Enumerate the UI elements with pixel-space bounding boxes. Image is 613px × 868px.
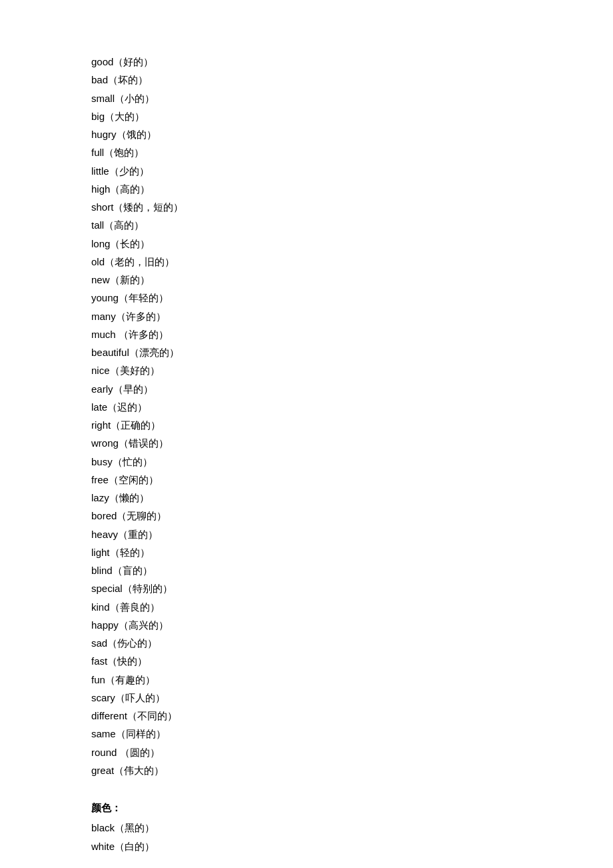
adjective-item: new（新的） — [91, 271, 522, 289]
adjective-item: good（好的） — [91, 53, 522, 71]
adjective-item: hugry（饿的） — [91, 126, 522, 143]
color-item: black（黑的） — [91, 819, 522, 837]
adjective-item: busy（忙的） — [91, 453, 522, 471]
adjective-item: lazy（懒的） — [91, 489, 522, 507]
adjective-item: light（轻的） — [91, 544, 522, 561]
adjective-item: beautiful（漂亮的） — [91, 344, 522, 361]
adjective-item: early（早的） — [91, 381, 522, 398]
adjective-item: right（正确的） — [91, 417, 522, 434]
adjective-item: kind（善良的） — [91, 599, 522, 616]
adjective-item: small（小的） — [91, 90, 522, 107]
adjective-item: sad（伤心的） — [91, 635, 522, 652]
adjective-item: long（长的） — [91, 235, 522, 253]
adjective-item: heavy（重的） — [91, 526, 522, 543]
adjective-item: nice（美好的） — [91, 362, 522, 379]
adjective-item: big（大的） — [91, 108, 522, 125]
adjective-item: happy（高兴的） — [91, 617, 522, 634]
color-item: white（白的） — [91, 838, 522, 855]
adjective-item: scary（吓人的） — [91, 689, 522, 707]
adjective-item: free（空闲的） — [91, 471, 522, 489]
adjective-item: different（不同的） — [91, 707, 522, 725]
adjective-item: special（特别的） — [91, 580, 522, 597]
adjective-item: full（饱的） — [91, 144, 522, 161]
adjective-item: blind（盲的） — [91, 562, 522, 579]
adjective-item: short（矮的，短的） — [91, 199, 522, 216]
adjective-item: little（少的） — [91, 163, 522, 180]
adjective-item: wrong（错误的） — [91, 435, 522, 452]
adjectives-list: good（好的）bad（坏的）small（小的）big（大的）hugry（饿的）… — [91, 53, 522, 855]
colors-section-header: 颜色： — [91, 799, 522, 817]
adjective-item: bored（无聊的） — [91, 507, 522, 525]
adjective-item: tall（高的） — [91, 217, 522, 234]
adjective-item: much （许多的） — [91, 326, 522, 343]
adjective-item: round （圆的） — [91, 744, 522, 761]
adjective-item: fast（快的） — [91, 653, 522, 670]
adjective-item: bad（坏的） — [91, 71, 522, 89]
adjective-item: fun（有趣的） — [91, 671, 522, 689]
adjective-item: young（年轻的） — [91, 289, 522, 307]
adjective-item: many（许多的） — [91, 308, 522, 325]
adjective-item: high（高的） — [91, 181, 522, 198]
adjective-item: great（伟大的） — [91, 762, 522, 779]
adjective-item: late（迟的） — [91, 399, 522, 416]
adjective-item: old（老的，旧的） — [91, 253, 522, 271]
adjective-item: same（同样的） — [91, 725, 522, 743]
